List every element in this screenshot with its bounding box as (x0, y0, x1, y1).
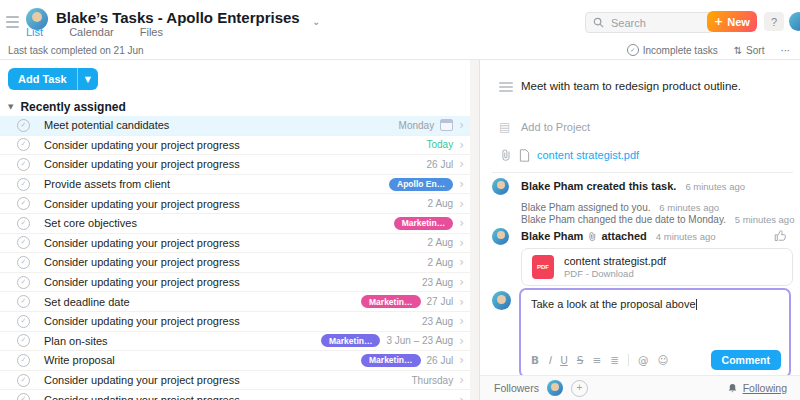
chevron-right-icon[interactable]: › (459, 139, 464, 151)
story-author: Blake Pham (521, 230, 583, 242)
complete-check-icon[interactable]: ✓ (17, 197, 30, 210)
task-row[interactable]: ✓Consider updating your project progress… (0, 371, 470, 391)
bold-icon[interactable]: B (531, 354, 539, 366)
chevron-right-icon[interactable]: › (459, 335, 464, 347)
complete-check-icon[interactable]: ✓ (17, 158, 30, 171)
page-title: Blake’s Tasks - Apollo Enterprises (56, 9, 300, 26)
project-tag[interactable]: Marketin… (361, 295, 420, 308)
task-description[interactable]: Meet with team to redesign product outli… (521, 80, 741, 92)
task-row[interactable]: ✓Consider updating your project progress… (0, 390, 470, 400)
chevron-right-icon[interactable]: › (459, 237, 464, 249)
comment-input[interactable]: Take a look at the proposal above BIUS≡≣… (519, 288, 791, 378)
chevron-right-icon[interactable]: › (459, 256, 464, 268)
due-date: Monday (399, 120, 435, 131)
chevron-right-icon[interactable]: › (459, 276, 464, 288)
task-row[interactable]: ✓Provide assets from clientApollo En…› (0, 175, 470, 195)
following-toggle[interactable]: Following (727, 382, 787, 394)
complete-check-icon[interactable]: ✓ (17, 393, 30, 400)
bullet-list-icon[interactable]: ≡ (592, 354, 601, 366)
substory-assigned: Blake Pham assigned to you. 6 minutes ag… (521, 202, 719, 213)
new-button[interactable]: + New (707, 11, 757, 32)
add-task-button[interactable]: Add Task ▼ (8, 68, 98, 90)
add-to-project-button[interactable]: Add to Project (521, 121, 590, 133)
task-row[interactable]: ✓Consider updating your project progress… (0, 136, 470, 156)
chevron-right-icon[interactable]: › (459, 296, 464, 308)
project-tag[interactable]: Apollo En… (389, 178, 453, 191)
complete-check-icon[interactable]: ✓ (17, 217, 30, 230)
numbered-list-icon[interactable]: ≣ (610, 354, 619, 366)
due-date: 2 Aug (428, 257, 454, 268)
search-field[interactable] (609, 16, 693, 30)
complete-check-icon[interactable]: ✓ (17, 295, 30, 308)
task-row[interactable]: ✓Consider updating your project progress… (0, 194, 470, 214)
complete-check-icon[interactable]: ✓ (17, 276, 30, 289)
chevron-right-icon[interactable]: › (459, 374, 464, 386)
more-options-icon[interactable]: ··· (780, 45, 790, 56)
task-row[interactable]: ✓Meet potential candidatesMonday› (0, 116, 470, 136)
task-row[interactable]: ✓Write proposalMarketin…26 Jul› (0, 351, 470, 371)
user-avatar[interactable] (789, 12, 800, 31)
chevron-right-icon[interactable]: › (459, 217, 464, 229)
add-follower-button[interactable]: + (571, 380, 588, 397)
task-meta: Marketin…3 Jun – 23 Aug› (321, 334, 464, 347)
sort-button[interactable]: ⇅ Sort (734, 45, 765, 56)
task-title: Meet potential candidates (44, 119, 169, 131)
story-action: created this task. (586, 180, 676, 192)
task-row[interactable]: ✓Plan on-sitesMarketin…3 Jun – 23 Aug› (0, 332, 470, 352)
task-row[interactable]: ✓Consider updating your project progress… (0, 155, 470, 175)
follower-avatar[interactable] (547, 380, 563, 396)
chevron-right-icon[interactable]: › (459, 178, 464, 190)
title-dropdown-icon[interactable]: ⌄ (312, 16, 320, 24)
substory-timestamp: 5 minutes ago (735, 214, 795, 225)
chevron-right-icon[interactable]: › (459, 119, 464, 131)
hamburger-menu-icon[interactable] (6, 16, 19, 26)
complete-check-icon[interactable]: ✓ (17, 354, 30, 367)
task-row[interactable]: ✓Set core objectivesMarketin…› (0, 214, 470, 234)
chevron-right-icon[interactable]: › (459, 158, 464, 170)
section-header-recently-assigned[interactable]: ▼ Recently assigned (8, 100, 126, 114)
complete-check-icon[interactable]: ✓ (17, 178, 30, 191)
task-row[interactable]: ✓Consider updating your project progress… (0, 273, 470, 293)
task-row[interactable]: ✓Consider updating your project progress… (0, 312, 470, 332)
complete-check-icon[interactable]: ✓ (17, 315, 30, 328)
complete-check-icon[interactable]: ✓ (17, 256, 30, 269)
project-tag[interactable]: Marketin… (321, 334, 380, 347)
complete-check-icon[interactable]: ✓ (17, 334, 30, 347)
incomplete-tasks-filter[interactable]: ✓ Incomplete tasks (627, 44, 718, 56)
plus-icon: + (714, 15, 723, 28)
calendar-icon (440, 119, 453, 131)
chevron-right-icon[interactable]: › (459, 315, 464, 327)
complete-check-icon[interactable]: ✓ (17, 236, 30, 249)
description-icon (499, 82, 513, 94)
project-tag[interactable]: Marketin… (394, 217, 453, 230)
complete-check-icon[interactable]: ✓ (17, 374, 30, 387)
due-date: 2 Aug (428, 198, 454, 209)
add-task-label[interactable]: Add Task (8, 68, 77, 90)
attachment-meta[interactable]: PDF - Download (564, 268, 666, 279)
emoji-icon[interactable]: ☺ (658, 354, 669, 366)
italic-icon[interactable]: I (548, 354, 551, 366)
chevron-right-icon[interactable]: › (459, 354, 464, 366)
mention-icon[interactable]: @ (638, 354, 649, 366)
attachment-link[interactable]: content strategist.pdf (537, 149, 639, 161)
story-action: attached (602, 230, 647, 242)
complete-check-icon[interactable]: ✓ (17, 138, 30, 151)
task-row[interactable]: ✓Consider updating your project progress… (0, 234, 470, 254)
collapse-triangle-icon: ▼ (8, 103, 13, 111)
chevron-right-icon[interactable]: › (459, 198, 464, 210)
help-button[interactable]: ? (764, 12, 784, 31)
task-meta: Marketin…27 Jul› (361, 295, 464, 308)
like-thumb-icon[interactable] (774, 228, 787, 246)
project-tag[interactable]: Marketin… (361, 354, 420, 367)
task-title: Consider updating your project progress (44, 139, 240, 151)
chevron-right-icon[interactable]: › (459, 394, 464, 400)
strikethrough-icon[interactable]: S (577, 354, 584, 366)
complete-check-icon[interactable]: ✓ (17, 119, 30, 132)
underline-icon[interactable]: U (560, 354, 568, 366)
task-row[interactable]: ✓Consider updating your project progress… (0, 253, 470, 273)
add-task-dropdown-icon[interactable]: ▼ (77, 68, 98, 90)
task-row[interactable]: ✓Set deadline dateMarketin…27 Jul› (0, 292, 470, 312)
comment-button[interactable]: Comment (711, 350, 781, 370)
attachment-card[interactable]: PDF content strategist.pdf PDF - Downloa… (521, 248, 793, 286)
search-input[interactable] (585, 12, 713, 33)
